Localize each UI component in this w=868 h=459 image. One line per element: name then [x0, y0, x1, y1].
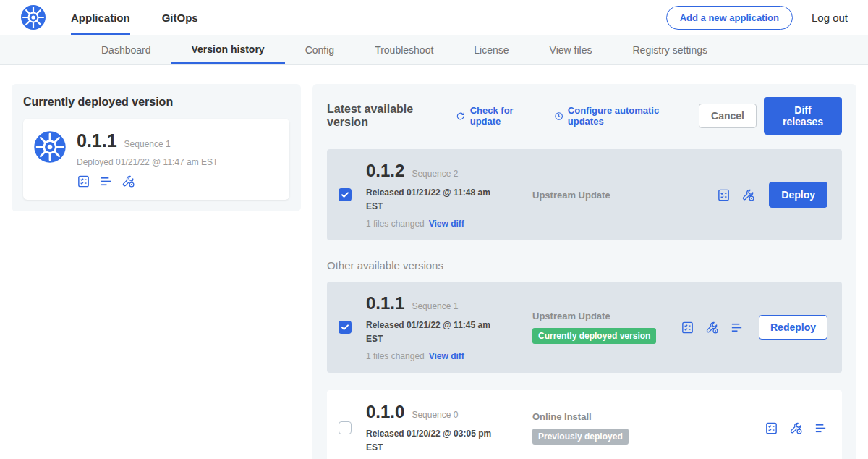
- subtab-registry-settings[interactable]: Registry settings: [612, 35, 727, 64]
- deployed-version-details: 0.1.1 Sequence 1 Deployed 01/21/22 @ 11:…: [77, 130, 218, 188]
- main-content: Currently deployed version 0.1: [0, 65, 868, 459]
- deployed-version-card: 0.1.1 Sequence 1 Deployed 01/21/22 @ 11:…: [23, 119, 289, 200]
- logout-link[interactable]: Log out: [812, 12, 848, 24]
- clock-icon: [554, 111, 563, 122]
- latest-version-title: Latest available version: [327, 103, 443, 129]
- version-history-panel: Latest available version Check for updat…: [312, 84, 856, 459]
- preflight-checks-icon[interactable]: [741, 188, 755, 202]
- deployed-sequence-label: Sequence 1: [124, 139, 171, 149]
- version-checkbox[interactable]: [339, 421, 352, 434]
- currently-deployed-badge: Currently deployed version: [532, 328, 656, 344]
- redeploy-button[interactable]: Redeploy: [759, 315, 827, 340]
- release-notes-icon[interactable]: [717, 188, 731, 202]
- version-source: Upstream Update Currently deployed versi…: [509, 311, 681, 344]
- version-source: Upstream Update: [509, 190, 717, 201]
- deployed-version-number: 0.1.1: [77, 130, 117, 151]
- version-row-0-1-2: 0.1.2 Sequence 2 Released 01/21/22 @ 11:…: [327, 149, 842, 240]
- diff-icon[interactable]: [99, 174, 113, 188]
- version-checkbox[interactable]: [339, 188, 352, 201]
- other-versions-title: Other available versions: [327, 259, 842, 271]
- previously-deployed-badge: Previously deployed: [532, 429, 629, 445]
- release-notes-icon[interactable]: [681, 321, 694, 334]
- subtab-view-files[interactable]: View files: [529, 35, 613, 64]
- preflight-checks-icon[interactable]: [122, 174, 135, 188]
- latest-version-header: Latest available version Check for updat…: [327, 97, 842, 135]
- released-timestamp: Released 01/21/22 @ 11:48 am EST: [366, 186, 509, 213]
- released-timestamp: Released 01/21/22 @ 11:45 am EST: [366, 319, 509, 345]
- deployed-timestamp: Deployed 01/21/22 @ 11:47 am EST: [77, 157, 218, 167]
- subtab-troubleshoot[interactable]: Troubleshoot: [354, 35, 454, 64]
- sequence-label: Sequence 0: [412, 410, 458, 420]
- nav-tab-application[interactable]: Application: [71, 0, 130, 35]
- version-source: Online Install Previously deployed: [509, 411, 765, 445]
- view-diff-link[interactable]: View diff: [429, 351, 464, 361]
- nav-tab-gitops[interactable]: GitOps: [162, 0, 198, 35]
- configure-automatic-updates-link[interactable]: Configure automatic updates: [554, 105, 684, 127]
- subtab-config[interactable]: Config: [285, 35, 354, 64]
- version-number: 0.1.0: [366, 402, 404, 422]
- header-right: Add a new application Log out: [666, 6, 848, 30]
- version-checkbox[interactable]: [339, 321, 352, 334]
- currently-deployed-panel: Currently deployed version 0.1: [12, 84, 301, 211]
- add-new-application-button[interactable]: Add a new application: [666, 6, 793, 30]
- top-header: Application GitOps Add a new application…: [0, 0, 868, 35]
- release-notes-icon[interactable]: [77, 174, 90, 188]
- version-info: 0.1.2 Sequence 2 Released 01/21/22 @ 11:…: [366, 161, 509, 229]
- diff-icon[interactable]: [730, 321, 744, 334]
- version-row-0-1-1: 0.1.1 Sequence 1 Released 01/21/22 @ 11:…: [327, 282, 842, 373]
- sequence-label: Sequence 1: [412, 301, 458, 311]
- files-changed-label: 1 files changed: [366, 351, 425, 361]
- released-timestamp: Released 01/20/22 @ 03:05 pm EST: [366, 427, 509, 454]
- subtab-version-history[interactable]: Version history: [171, 35, 285, 64]
- app-icon: [33, 130, 67, 164]
- cancel-button[interactable]: Cancel: [699, 104, 757, 128]
- version-number: 0.1.2: [366, 161, 404, 181]
- refresh-icon: [456, 111, 465, 122]
- version-number: 0.1.1: [366, 293, 404, 313]
- version-row-0-1-0: 0.1.0 Sequence 0 Released 01/20/22 @ 03:…: [327, 390, 842, 459]
- check-for-update-link[interactable]: Check for update: [456, 105, 537, 127]
- version-actions: [765, 421, 830, 435]
- subtab-dashboard[interactable]: Dashboard: [81, 35, 171, 64]
- diff-icon[interactable]: [814, 421, 827, 435]
- sequence-label: Sequence 2: [412, 169, 458, 179]
- kubernetes-logo-icon: [20, 4, 46, 30]
- version-info: 0.1.0 Sequence 0 Released 01/20/22 @ 03:…: [366, 402, 509, 454]
- subtab-license[interactable]: License: [454, 35, 529, 64]
- files-changed-label: 1 files changed: [366, 219, 425, 229]
- preflight-checks-icon[interactable]: [705, 321, 719, 334]
- app-subnav: Dashboard Version history Config Trouble…: [0, 35, 868, 65]
- view-diff-link[interactable]: View diff: [429, 219, 464, 229]
- version-actions: Deploy: [717, 182, 830, 208]
- preflight-checks-icon[interactable]: [789, 421, 803, 435]
- version-actions: Redeploy: [681, 315, 830, 340]
- app-root: { "colors": { "accent": "#3066e0", "badg…: [0, 0, 868, 459]
- deploy-button[interactable]: Deploy: [769, 182, 827, 208]
- diff-releases-button[interactable]: Diff releases: [764, 97, 842, 135]
- currently-deployed-title: Currently deployed version: [23, 96, 289, 109]
- version-info: 0.1.1 Sequence 1 Released 01/21/22 @ 11:…: [366, 293, 509, 361]
- release-notes-icon[interactable]: [765, 421, 778, 435]
